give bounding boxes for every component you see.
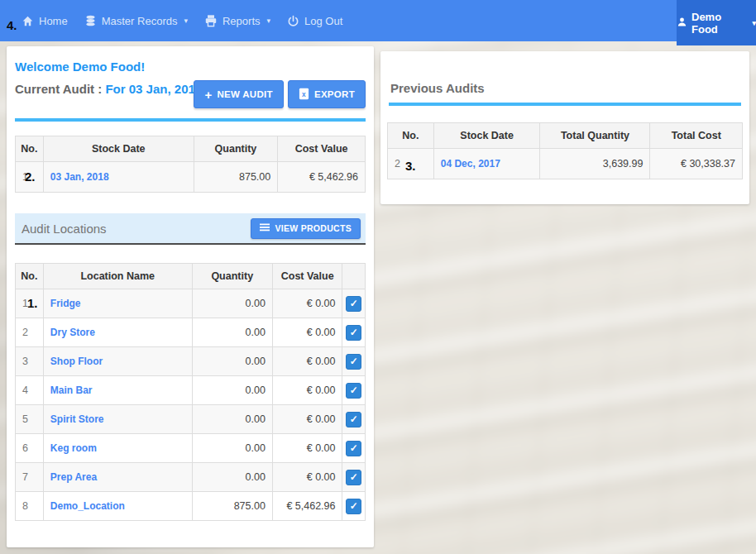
cost-value: € 0.00 bbox=[272, 289, 342, 318]
col-header-select bbox=[342, 264, 366, 289]
section-divider bbox=[15, 118, 366, 122]
current-audit-panel: Welcome Demo Food! Current Audit : For 0… bbox=[7, 46, 374, 547]
cost-value: € 0.00 bbox=[272, 376, 342, 405]
location-checkbox[interactable]: ✓ bbox=[346, 499, 361, 514]
nav-home[interactable]: Home bbox=[22, 15, 68, 27]
quantity-value: 0.00 bbox=[192, 347, 272, 376]
check-icon: ✓ bbox=[350, 384, 358, 396]
database-icon bbox=[84, 14, 97, 27]
nav-log-out[interactable]: Log Out bbox=[287, 15, 342, 27]
annotation-1: 1. bbox=[27, 296, 38, 310]
printer-icon bbox=[204, 14, 218, 27]
row-number: 5 bbox=[16, 405, 44, 434]
location-link[interactable]: Demo_Location bbox=[50, 500, 125, 512]
audit-actions: + NEW AUDIT x EXPORT bbox=[194, 80, 366, 108]
quantity-value: 0.00 bbox=[192, 376, 272, 405]
total-cost-value: € 30,338.37 bbox=[650, 149, 743, 179]
check-icon: ✓ bbox=[350, 327, 358, 338]
location-row: 1 Fridge 0.00 € 0.00 ✓ bbox=[16, 289, 366, 318]
cost-value: € 0.00 bbox=[272, 463, 342, 492]
col-header-name: Location Name bbox=[43, 264, 192, 289]
location-checkbox[interactable]: ✓ bbox=[346, 470, 361, 485]
previous-audits-panel: Previous Audits No. Stock Date Total Qua… bbox=[380, 51, 749, 204]
location-link[interactable]: Fridge bbox=[50, 298, 81, 309]
location-row: 3 Shop Floor 0.00 € 0.00 ✓ bbox=[16, 347, 366, 376]
user-menu[interactable]: Demo Food ▾ bbox=[677, 0, 756, 45]
location-link[interactable]: Main Bar bbox=[50, 384, 93, 396]
row-number: 2 bbox=[16, 318, 44, 347]
col-header-cost: Total Cost bbox=[650, 123, 743, 149]
col-header-no: No. bbox=[16, 136, 44, 162]
location-checkbox[interactable]: ✓ bbox=[346, 296, 361, 312]
quantity-value: 0.00 bbox=[192, 318, 272, 347]
nav-log-out-label: Log Out bbox=[304, 15, 342, 27]
row-number: 6 bbox=[16, 434, 44, 463]
location-row: 5 Spirit Store 0.00 € 0.00 ✓ bbox=[16, 405, 366, 434]
col-header-cost: Cost Value bbox=[278, 136, 366, 162]
plus-icon: + bbox=[204, 88, 212, 101]
row-number: 4 bbox=[16, 376, 44, 405]
export-button-label: EXPORT bbox=[314, 89, 355, 99]
check-icon: ✓ bbox=[350, 413, 358, 425]
audit-locations-header: Audit Locations VIEW PRODUCTS bbox=[15, 213, 366, 245]
location-link[interactable]: Keg room bbox=[50, 442, 97, 454]
quantity-value: 875.00 bbox=[194, 162, 278, 193]
location-row: 4 Main Bar 0.00 € 0.00 ✓ bbox=[16, 376, 366, 405]
previous-audit-date-link[interactable]: 04 Dec, 2017 bbox=[441, 158, 500, 170]
location-link[interactable]: Prep Area bbox=[50, 471, 97, 483]
col-header-qty: Quantity bbox=[194, 136, 278, 162]
location-checkbox[interactable]: ✓ bbox=[346, 412, 361, 427]
cost-value: € 5,462.96 bbox=[272, 492, 342, 521]
previous-audits-title: Previous Audits bbox=[390, 81, 485, 95]
location-checkbox[interactable]: ✓ bbox=[346, 383, 361, 399]
new-audit-button[interactable]: + NEW AUDIT bbox=[194, 80, 284, 108]
page: Home Master Records ▾ Reports bbox=[0, 0, 756, 554]
col-header-date: Stock Date bbox=[433, 123, 540, 149]
check-icon: ✓ bbox=[350, 356, 358, 367]
welcome-heading: Welcome Demo Food! bbox=[15, 60, 145, 74]
audit-locations-title: Audit Locations bbox=[22, 222, 107, 236]
col-header-qty: Quantity bbox=[192, 264, 272, 289]
location-row: 7 Prep Area 0.00 € 0.00 ✓ bbox=[16, 463, 366, 492]
user-icon bbox=[677, 17, 687, 30]
nav-master-records[interactable]: Master Records ▾ bbox=[84, 14, 188, 27]
quantity-value: 0.00 bbox=[192, 434, 272, 463]
location-row: 8 Demo_Location 875.00 € 5,462.96 ✓ bbox=[16, 492, 366, 521]
quantity-value: 0.00 bbox=[192, 289, 272, 318]
nav-reports-label: Reports bbox=[222, 15, 261, 27]
location-checkbox[interactable]: ✓ bbox=[346, 354, 361, 370]
stock-date-link[interactable]: 03 Jan, 2018 bbox=[50, 171, 109, 183]
audit-locations-table: No. Location Name Quantity Cost Value 1 … bbox=[15, 263, 366, 521]
nav-master-records-label: Master Records bbox=[102, 15, 178, 27]
check-icon: ✓ bbox=[350, 500, 358, 512]
nav-home-label: Home bbox=[39, 15, 68, 27]
check-icon: ✓ bbox=[350, 298, 358, 309]
check-icon: ✓ bbox=[350, 471, 358, 483]
cost-value: € 0.00 bbox=[272, 434, 342, 463]
location-link[interactable]: Shop Floor bbox=[50, 356, 103, 367]
section-divider bbox=[389, 103, 741, 106]
current-audit-label: Current Audit : bbox=[15, 82, 102, 96]
location-checkbox[interactable]: ✓ bbox=[346, 441, 361, 456]
cost-value: € 0.00 bbox=[272, 347, 342, 376]
location-row: 6 Keg room 0.00 € 0.00 ✓ bbox=[16, 434, 366, 463]
table-row: 2 04 Dec, 2017 3,639.99 € 30,338.37 bbox=[388, 149, 743, 179]
cost-value: € 5,462.96 bbox=[278, 162, 366, 193]
home-icon bbox=[22, 15, 34, 27]
cost-value: € 0.00 bbox=[272, 405, 342, 434]
table-row: 1 03 Jan, 2018 875.00 € 5,462.96 bbox=[16, 162, 366, 193]
list-icon bbox=[260, 223, 270, 233]
excel-file-icon: x bbox=[299, 88, 309, 102]
nav-reports[interactable]: Reports ▾ bbox=[204, 14, 270, 27]
location-link[interactable]: Spirit Store bbox=[50, 413, 104, 425]
annotation-4: 4. bbox=[7, 18, 17, 32]
location-checkbox[interactable]: ✓ bbox=[346, 325, 361, 341]
chevron-down-icon: ▾ bbox=[184, 17, 188, 25]
view-products-button[interactable]: VIEW PRODUCTS bbox=[251, 218, 361, 239]
export-button[interactable]: x EXPORT bbox=[288, 80, 366, 108]
col-header-date: Stock Date bbox=[43, 136, 194, 162]
quantity-value: 0.00 bbox=[192, 463, 272, 492]
current-audit-date: For 03 Jan, 2018 bbox=[105, 82, 202, 96]
location-link[interactable]: Dry Store bbox=[50, 327, 95, 338]
row-number: 3 bbox=[16, 347, 44, 376]
